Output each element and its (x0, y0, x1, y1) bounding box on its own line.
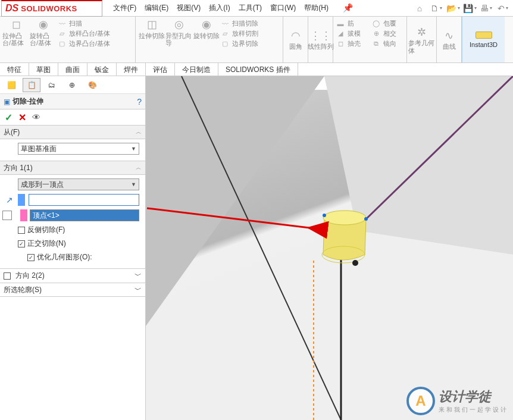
tab-evaluate[interactable]: 评估 (146, 63, 175, 76)
reverse-cut-checkbox[interactable]: 反侧切除(F) (18, 225, 139, 235)
boundary-button[interactable]: ▢边界凸台/基体 (57, 39, 110, 48)
watermark-logo-icon: A (406, 387, 435, 415)
svg-point-11 (352, 260, 358, 266)
reverse-direction-icon[interactable]: ↗ (5, 195, 14, 205)
pm-tab-appearance[interactable]: 🎨 (83, 78, 101, 92)
cut-revolve-button[interactable]: ◉旋转切除 (193, 18, 220, 39)
cut-boundary-button[interactable]: ▢边界切除 (220, 39, 258, 48)
watermark: A 设计学徒 来和我们一起学设计 (406, 387, 508, 415)
title-bar: DS SOLIDWORKS 文件(F) 编辑(E) 视图(V) 插入(I) 工具… (0, 0, 513, 17)
ribbon-group-body: ▬筋 ◢拔模 ◻抽壳 ◯包覆 ⊕相交 ⧉镜向 (333, 17, 407, 62)
app-logo: DS SOLIDWORKS (1, 0, 102, 17)
linear-pattern-button[interactable]: ⋮⋮线性阵列 (307, 29, 334, 50)
pm-confirm-row: ✓ ✕ 👁 (0, 109, 145, 125)
ribbon-group-fillet: ◠圆角 (283, 17, 308, 62)
property-manager: 🟨 📋 🗂 ⊕ 🎨 ▣ 切除-拉伸 ? ✓ ✕ 👁 从(F) ︿ 草图基准面▼ … (0, 76, 146, 420)
menu-edit[interactable]: 编辑(E) (145, 3, 168, 13)
viewport-geometry (146, 76, 513, 420)
chevron-down-icon: ﹀ (134, 285, 142, 295)
chevron-down-icon: ﹀ (134, 271, 142, 281)
tab-surface[interactable]: 曲面 (58, 63, 87, 76)
sweep-button[interactable]: 〰扫描 (57, 19, 110, 28)
home-icon[interactable]: ⌂ (413, 2, 426, 14)
main-area: 🟨 📋 🗂 ⊕ 🎨 ▣ 切除-拉伸 ? ✓ ✕ 👁 从(F) ︿ 草图基准面▼ … (0, 76, 513, 420)
pm-tab-config[interactable]: 🗂 (43, 78, 61, 92)
extrude-boss-button[interactable]: ◻拉伸凸台/基体 (2, 18, 30, 46)
dir1-end-condition-select[interactable]: 成形到一顶点▼ (18, 178, 139, 190)
vertex-field-color (20, 209, 27, 221)
menu-help[interactable]: 帮助(H) (304, 3, 329, 13)
preview-button[interactable]: 👁 (32, 112, 40, 122)
open-icon[interactable]: 📂 (446, 2, 459, 14)
normal-cut-checkbox[interactable]: ✓正交切除(N) (18, 239, 139, 249)
loft-button[interactable]: ▱放样凸台/基体 (57, 29, 110, 38)
pm-title: 切除-拉伸 (12, 96, 43, 106)
section-dir2[interactable]: 方向 2(2) ﹀ (0, 268, 145, 283)
cut-loft-button[interactable]: ▱放样切割 (220, 29, 258, 38)
mirror-button[interactable]: ⧉镜向 (371, 39, 396, 48)
ribbon-group-curves: ∿曲线 (437, 17, 462, 62)
pm-tab-property[interactable]: 📋 (23, 78, 40, 92)
menu-view[interactable]: 视图(V) (177, 3, 201, 13)
help-icon[interactable]: ? (137, 97, 142, 106)
tab-weldment[interactable]: 焊件 (117, 63, 146, 76)
direction-field-color (18, 194, 25, 206)
chevron-up-icon: ︿ (136, 128, 142, 136)
tab-today[interactable]: 今日制造 (175, 63, 218, 76)
svg-point-9 (323, 214, 326, 217)
logo-ds-icon: DS (5, 3, 18, 14)
new-icon[interactable]: 🗋 (430, 2, 443, 14)
watermark-title: 设计学徒 (439, 388, 508, 406)
hole-wizard-button[interactable]: ◎异型孔向导 (165, 18, 193, 46)
ok-button[interactable]: ✓ (5, 112, 12, 123)
pm-tab-dim[interactable]: ⊕ (63, 78, 81, 92)
vertex-type-icon (2, 211, 12, 220)
cut-extrude-button[interactable]: ◫拉伸切除 (138, 18, 165, 39)
svg-point-10 (364, 217, 368, 221)
undo-icon[interactable]: ↶ (496, 2, 509, 14)
watermark-sub: 来和我们一起学设计 (439, 406, 508, 414)
ribbon-group-cut: ◫拉伸切除 ◎异型孔向导 ◉旋转切除 〰扫描切除 ▱放样切割 ▢边界切除 (136, 17, 283, 62)
instant3d-button[interactable]: Instant3D (462, 17, 505, 62)
wrap-button[interactable]: ◯包覆 (371, 19, 396, 28)
ribbon-group-features: ◻拉伸凸台/基体 ◉旋转凸台/基体 〰扫描 ▱放样凸台/基体 ▢边界凸台/基体 (0, 17, 136, 62)
vertex-selection[interactable]: 顶点<1> (30, 209, 139, 221)
command-tabs: 特征 草图 曲面 钣金 焊件 评估 今日制造 SOLIDWORKS 插件 (0, 63, 513, 76)
tab-sketch[interactable]: 草图 (29, 63, 58, 76)
pm-tab-feature[interactable]: 🟨 (2, 78, 20, 92)
cut-sweep-button[interactable]: 〰扫描切除 (220, 19, 258, 28)
graphics-viewport[interactable]: ▶ 零件1 (默认< <默认>_显... (146, 76, 513, 420)
menu-bar: 文件(F) 编辑(E) 视图(V) 插入(I) 工具(T) 窗口(W) 帮助(H… (105, 3, 353, 13)
instant3d-icon (476, 32, 492, 39)
tab-sheetmetal[interactable]: 钣金 (87, 63, 117, 76)
menu-tools[interactable]: 工具(T) (239, 3, 262, 13)
section-from[interactable]: 从(F) ︿ (0, 125, 145, 139)
direction-input[interactable] (29, 194, 139, 206)
tab-features[interactable]: 特征 (0, 63, 29, 76)
ribbon-group-refgeom: ✲参考几何体 (407, 17, 437, 62)
cancel-button[interactable]: ✕ (18, 112, 26, 123)
curves-button[interactable]: ∿曲线 (436, 29, 463, 50)
svg-point-7 (323, 211, 366, 225)
optimize-checkbox[interactable]: ✓优化几何图形(O): (27, 252, 139, 262)
cut-extrude-icon: ▣ (4, 98, 10, 106)
quick-access: ⌂ 🗋 📂 💾 🖶 ↶ (413, 2, 513, 14)
pm-tabs: 🟨 📋 🗂 ⊕ 🎨 (0, 76, 145, 94)
from-select[interactable]: 草图基准面▼ (18, 143, 139, 155)
save-icon[interactable]: 💾 (463, 2, 476, 14)
menu-window[interactable]: 窗口(W) (270, 3, 296, 13)
ref-geometry-button[interactable]: ✲参考几何体 (408, 25, 436, 54)
revolve-boss-button[interactable]: ◉旋转凸台/基体 (30, 18, 57, 46)
menu-file[interactable]: 文件(F) (113, 3, 136, 13)
pin-icon[interactable]: 📌 (343, 3, 353, 13)
section-dir1[interactable]: 方向 1(1) ︿ (0, 161, 145, 175)
ribbon-group-pattern: ⋮⋮线性阵列 (308, 17, 333, 62)
fillet-button[interactable]: ◠圆角 (282, 29, 309, 50)
chevron-up-icon: ︿ (136, 164, 142, 172)
section-contours[interactable]: 所选轮廓(S) ﹀ (0, 283, 145, 297)
pm-header: ▣ 切除-拉伸 ? (0, 94, 145, 109)
intersect-button[interactable]: ⊕相交 (371, 29, 396, 38)
menu-insert[interactable]: 插入(I) (209, 3, 230, 13)
tab-plugins[interactable]: SOLIDWORKS 插件 (218, 63, 298, 76)
print-icon[interactable]: 🖶 (480, 2, 493, 14)
